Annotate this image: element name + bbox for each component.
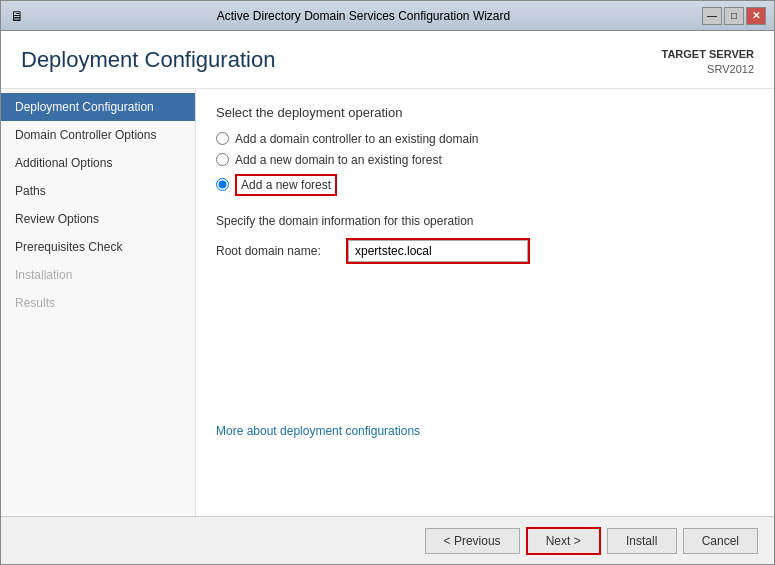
sidebar-item-label: Deployment Configuration <box>15 100 154 114</box>
sidebar-item-installation: Installation <box>1 261 195 289</box>
sidebar-item-domain-controller-options[interactable]: Domain Controller Options <box>1 121 195 149</box>
maximize-button[interactable]: □ <box>724 7 744 25</box>
sidebar-item-prerequisites-check[interactable]: Prerequisites Check <box>1 233 195 261</box>
domain-name-input[interactable] <box>348 240 528 262</box>
section-title: Select the deployment operation <box>216 105 754 120</box>
install-button[interactable]: Install <box>607 528 677 554</box>
next-button[interactable]: Next > <box>526 527 601 555</box>
domain-label: Root domain name: <box>216 244 336 258</box>
target-server-name: SRV2012 <box>662 62 755 77</box>
deployment-info-link[interactable]: More about deployment configurations <box>216 424 420 438</box>
target-server-label: TARGET SERVER <box>662 47 755 62</box>
sidebar-item-review-options[interactable]: Review Options <box>1 205 195 233</box>
radio-label-new-forest: Add a new forest <box>241 178 331 192</box>
radio-label-existing-domain: Add a domain controller to an existing d… <box>235 132 478 146</box>
sidebar: Deployment Configuration Domain Controll… <box>1 89 196 516</box>
main-content: Deployment Configuration TARGET SERVER S… <box>1 31 774 516</box>
close-button[interactable]: ✕ <box>746 7 766 25</box>
radio-existing-domain[interactable] <box>216 132 229 145</box>
sidebar-item-paths[interactable]: Paths <box>1 177 195 205</box>
title-bar: 🖥 Active Directory Domain Services Confi… <box>1 1 774 31</box>
cancel-button[interactable]: Cancel <box>683 528 758 554</box>
content-area: Select the deployment operation Add a do… <box>196 89 774 516</box>
radio-option-existing-forest[interactable]: Add a new domain to an existing forest <box>216 153 754 167</box>
domain-row: Root domain name: <box>216 238 754 264</box>
radio-new-forest[interactable] <box>216 178 229 191</box>
sidebar-item-deployment-configuration[interactable]: Deployment Configuration <box>1 93 195 121</box>
page-title: Deployment Configuration <box>21 47 275 73</box>
link-area: More about deployment configurations <box>216 264 754 438</box>
radio-existing-forest[interactable] <box>216 153 229 166</box>
sidebar-item-results: Results <box>1 289 195 317</box>
sidebar-item-label: Additional Options <box>15 156 112 170</box>
radio-selected-box: Add a new forest <box>235 174 337 196</box>
window-icon: 🖥 <box>9 8 25 24</box>
sidebar-item-label: Domain Controller Options <box>15 128 156 142</box>
sidebar-item-label: Paths <box>15 184 46 198</box>
radio-label-existing-forest: Add a new domain to an existing forest <box>235 153 442 167</box>
footer: < Previous Next > Install Cancel <box>1 516 774 564</box>
target-server-info: TARGET SERVER SRV2012 <box>662 47 755 78</box>
main-window: 🖥 Active Directory Domain Services Confi… <box>0 0 775 565</box>
body-area: Deployment Configuration Domain Controll… <box>1 89 774 516</box>
domain-input-wrapper <box>346 238 530 264</box>
previous-button[interactable]: < Previous <box>425 528 520 554</box>
sidebar-item-label: Installation <box>15 268 72 282</box>
minimize-button[interactable]: — <box>702 7 722 25</box>
sidebar-item-label: Review Options <box>15 212 99 226</box>
sidebar-item-label: Results <box>15 296 55 310</box>
header-area: Deployment Configuration TARGET SERVER S… <box>1 31 774 89</box>
window-controls: — □ ✕ <box>702 7 766 25</box>
sidebar-item-label: Prerequisites Check <box>15 240 122 254</box>
window-title: Active Directory Domain Services Configu… <box>25 9 702 23</box>
domain-info-section: Specify the domain information for this … <box>216 214 754 264</box>
radio-option-new-forest[interactable]: Add a new forest <box>216 174 754 196</box>
sidebar-item-additional-options[interactable]: Additional Options <box>1 149 195 177</box>
radio-group: Add a domain controller to an existing d… <box>216 132 754 196</box>
domain-info-title: Specify the domain information for this … <box>216 214 754 228</box>
radio-option-existing-domain[interactable]: Add a domain controller to an existing d… <box>216 132 754 146</box>
